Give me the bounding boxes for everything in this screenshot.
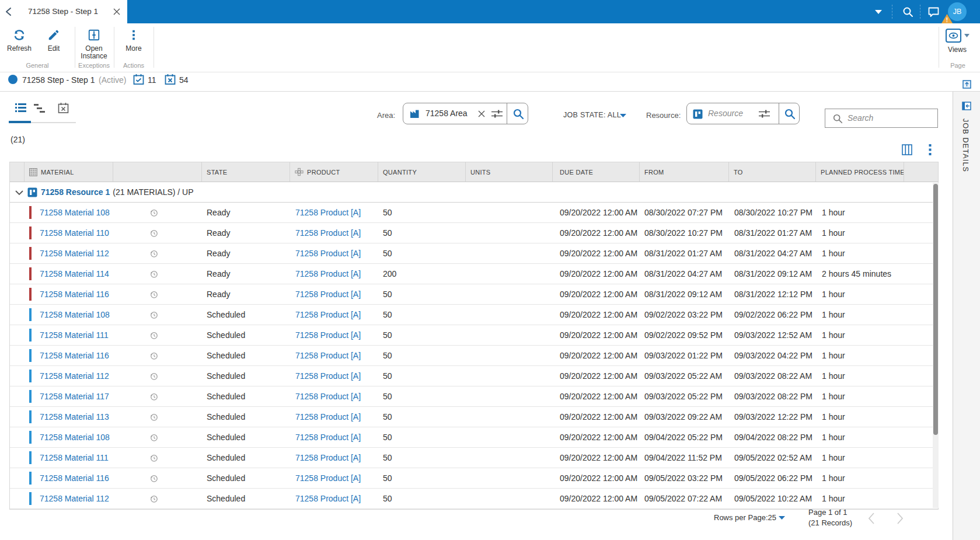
product-link[interactable]: 71258 Product [A] bbox=[290, 269, 378, 278]
product-link[interactable]: 71258 Product [A] bbox=[290, 473, 378, 483]
product-link[interactable]: 71258 Product [A] bbox=[290, 330, 378, 340]
material-link[interactable]: 71258 Material 108 bbox=[40, 208, 110, 217]
material-link[interactable]: 71258 Material 108 bbox=[40, 433, 110, 442]
job-state-filter[interactable]: JOB STATE: ALL bbox=[563, 111, 621, 119]
resource-combobox[interactable]: Resource bbox=[686, 103, 800, 124]
product-link[interactable]: 71258 Product [A] bbox=[290, 494, 378, 503]
material-row[interactable]: 71258 Material 116 Scheduled 71258 Produ… bbox=[10, 346, 938, 366]
rows-per-page-caret-icon[interactable] bbox=[779, 516, 785, 520]
material-link[interactable]: 71258 Material 112 bbox=[40, 249, 109, 258]
history-icon[interactable] bbox=[149, 413, 158, 421]
material-row[interactable]: 71258 Material 111 Scheduled 71258 Produ… bbox=[10, 448, 938, 468]
material-row[interactable]: 71258 Material 108 Scheduled 71258 Produ… bbox=[10, 305, 938, 325]
material-link[interactable]: 71258 Material 112 bbox=[40, 371, 109, 381]
resource-search-icon[interactable] bbox=[784, 108, 796, 120]
material-link[interactable]: 71258 Material 117 bbox=[40, 392, 109, 401]
material-link[interactable]: 71258 Material 114 bbox=[40, 269, 109, 278]
column-header-empty-last[interactable] bbox=[904, 162, 937, 182]
product-link[interactable]: 71258 Product [A] bbox=[290, 310, 378, 319]
history-icon[interactable] bbox=[149, 494, 158, 503]
product-link[interactable]: 71258 Product [A] bbox=[290, 208, 378, 217]
material-link[interactable]: 71258 Material 116 bbox=[40, 473, 109, 483]
resource-group-row[interactable]: 71258 Resource 1 (21 MATERIALS) / UP bbox=[10, 182, 938, 203]
refresh-button[interactable]: Refresh bbox=[6, 29, 33, 53]
product-link[interactable]: 71258 Product [A] bbox=[290, 392, 378, 401]
material-row[interactable]: 71258 Material 116 Scheduled 71258 Produ… bbox=[10, 468, 938, 489]
history-icon[interactable] bbox=[149, 454, 158, 462]
material-link[interactable]: 71258 Material 111 bbox=[40, 453, 109, 462]
area-combobox[interactable]: 71258 Area bbox=[403, 103, 528, 124]
material-link[interactable]: 71258 Material 108 bbox=[40, 310, 110, 319]
history-icon[interactable] bbox=[149, 290, 158, 299]
prev-page-icon[interactable] bbox=[868, 512, 875, 525]
history-icon[interactable] bbox=[149, 433, 158, 442]
dock-left-icon[interactable] bbox=[962, 102, 971, 110]
product-link[interactable]: 71258 Product [A] bbox=[290, 433, 378, 442]
history-icon[interactable] bbox=[149, 351, 158, 360]
search-input[interactable]: Search bbox=[825, 109, 938, 128]
more-button[interactable]: More bbox=[120, 29, 147, 53]
product-link[interactable]: 71258 Product [A] bbox=[290, 351, 378, 360]
column-header-to[interactable]: TO bbox=[729, 162, 816, 182]
history-icon[interactable] bbox=[149, 208, 158, 217]
open-instance-button[interactable]: Open Instance bbox=[76, 29, 111, 60]
product-link[interactable]: 71258 Product [A] bbox=[290, 290, 378, 299]
material-row[interactable]: 71258 Material 112 Scheduled 71258 Produ… bbox=[10, 489, 938, 509]
column-header-state[interactable]: STATE bbox=[202, 162, 290, 182]
history-icon[interactable] bbox=[149, 392, 158, 401]
rows-per-page-select[interactable]: Rows per Page:25 bbox=[714, 513, 776, 522]
topbar-search-icon[interactable] bbox=[902, 6, 914, 18]
history-icon[interactable] bbox=[149, 372, 158, 381]
column-header-empty[interactable] bbox=[10, 162, 25, 182]
tab-close-icon[interactable] bbox=[113, 8, 120, 15]
column-header-blank[interactable] bbox=[113, 162, 202, 182]
material-link[interactable]: 71258 Material 113 bbox=[40, 412, 109, 421]
gantt-view-tab[interactable] bbox=[34, 103, 45, 113]
list-view-tab[interactable] bbox=[15, 102, 26, 113]
history-icon[interactable] bbox=[149, 229, 158, 238]
vertical-scrollbar-thumb[interactable] bbox=[933, 184, 938, 435]
area-search-icon[interactable] bbox=[512, 108, 525, 120]
history-icon[interactable] bbox=[149, 270, 158, 278]
edit-button[interactable]: Edit bbox=[40, 29, 67, 53]
column-chooser-icon[interactable] bbox=[902, 144, 912, 155]
material-link[interactable]: 71258 Material 116 bbox=[40, 290, 109, 299]
back-icon[interactable] bbox=[5, 7, 13, 16]
material-row[interactable]: 71258 Material 112 Ready 71258 Product [… bbox=[10, 243, 938, 264]
column-header-due-date[interactable]: DUE DATE bbox=[553, 162, 640, 182]
material-row[interactable]: 71258 Material 111 Scheduled 71258 Produ… bbox=[10, 325, 938, 346]
column-header-units[interactable]: UNITS bbox=[466, 162, 553, 182]
material-row[interactable]: 71258 Material 113 Scheduled 71258 Produ… bbox=[10, 407, 938, 427]
material-row[interactable]: 71258 Material 110 Ready 71258 Product [… bbox=[10, 223, 938, 243]
material-row[interactable]: 71258 Material 116 Ready 71258 Product [… bbox=[10, 284, 938, 305]
job-details-tab[interactable]: JOB DETAILS bbox=[961, 119, 969, 172]
resource-filter-icon[interactable] bbox=[758, 109, 770, 119]
history-icon[interactable] bbox=[149, 249, 158, 258]
job-state-caret-icon[interactable] bbox=[620, 114, 626, 117]
area-clear-icon[interactable] bbox=[478, 110, 485, 117]
history-icon[interactable] bbox=[149, 311, 158, 319]
product-link[interactable]: 71258 Product [A] bbox=[290, 412, 378, 421]
material-link[interactable]: 71258 Material 111 bbox=[40, 330, 109, 340]
calendar-view-tab[interactable] bbox=[58, 102, 69, 114]
collapse-chevron-icon[interactable] bbox=[15, 190, 23, 196]
history-icon[interactable] bbox=[149, 474, 158, 483]
product-link[interactable]: 71258 Product [A] bbox=[290, 228, 378, 238]
column-header-product[interactable]: PRODUCT bbox=[290, 162, 378, 182]
material-row[interactable]: 71258 Material 112 Scheduled 71258 Produ… bbox=[10, 366, 938, 386]
column-header-from[interactable]: FROM bbox=[640, 162, 729, 182]
resource-group-link[interactable]: 71258 Resource 1 bbox=[41, 187, 110, 197]
next-page-icon[interactable] bbox=[897, 512, 904, 525]
column-header-quantity[interactable]: QUANTITY bbox=[378, 162, 466, 182]
topbar-dropdown-icon[interactable] bbox=[875, 10, 882, 14]
material-link[interactable]: 71258 Material 116 bbox=[40, 351, 109, 360]
area-filter-icon[interactable] bbox=[491, 109, 503, 119]
material-link[interactable]: 71258 Material 112 bbox=[40, 494, 109, 503]
material-row[interactable]: 71258 Material 117 Scheduled 71258 Produ… bbox=[10, 386, 938, 407]
topbar-chat-icon[interactable] bbox=[927, 6, 940, 18]
product-link[interactable]: 71258 Product [A] bbox=[290, 371, 378, 381]
history-icon[interactable] bbox=[149, 331, 158, 340]
column-header-material[interactable]: MATERIAL bbox=[25, 162, 113, 182]
material-link[interactable]: 71258 Material 110 bbox=[40, 228, 109, 238]
material-row[interactable]: 71258 Material 114 Ready 71258 Product [… bbox=[10, 264, 938, 284]
